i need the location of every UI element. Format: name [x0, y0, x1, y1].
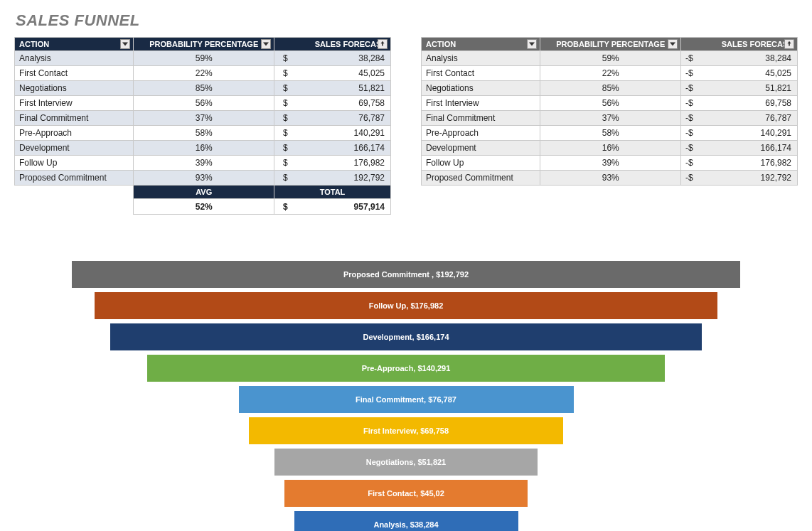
cell-action: Proposed Commitment — [422, 171, 540, 186]
avg-value: 52% — [134, 199, 274, 215]
th-probability[interactable]: PROBABILITY PERCENTAGE — [540, 38, 681, 51]
cell-probability: 16% — [540, 141, 681, 156]
currency-symbol: $ — [279, 173, 288, 183]
cell-action: First Contact — [422, 66, 540, 81]
funnel-bar: Follow Up, $176,982 — [95, 292, 717, 319]
th-probability[interactable]: PROBABILITY PERCENTAGE — [134, 38, 274, 51]
cell-probability: 59% — [134, 51, 274, 66]
currency-symbol: -$ — [685, 53, 693, 63]
cell-probability: 22% — [134, 66, 274, 81]
cell-forecast: -$166,174 — [680, 141, 797, 156]
cell-action: Follow Up — [15, 156, 134, 171]
avg-label: AVG — [134, 186, 274, 199]
sort-asc-icon[interactable] — [378, 39, 388, 49]
sales-table-secondary: ACTION PROBABILITY PERCENTAGE SALES FORE… — [421, 37, 798, 186]
cell-probability: 93% — [540, 171, 681, 186]
cell-probability: 16% — [134, 141, 274, 156]
cell-forecast: $192,792 — [274, 171, 390, 186]
funnel-bar: Analysis, $38,284 — [294, 511, 518, 531]
cell-action: First Interview — [15, 96, 134, 111]
currency-symbol: -$ — [685, 158, 693, 168]
table-row: First Contact22%$45,025 — [15, 66, 391, 81]
cell-probability: 22% — [540, 66, 681, 81]
cell-probability: 39% — [134, 156, 274, 171]
th-forecast[interactable]: SALES FORECAST — [680, 38, 797, 51]
cell-probability: 93% — [134, 171, 274, 186]
currency-symbol: -$ — [685, 173, 693, 183]
cell-action: Negotiations — [15, 81, 134, 96]
th-action[interactable]: ACTION — [15, 38, 134, 51]
th-action[interactable]: ACTION — [422, 38, 540, 51]
cell-forecast: -$69,758 — [680, 96, 797, 111]
total-value: $ 957,914 — [274, 199, 390, 215]
funnel-bar: Negotiations, $51,821 — [274, 449, 538, 476]
currency-symbol: -$ — [685, 68, 693, 78]
funnel-bar: First Interview, $69,758 — [249, 417, 563, 444]
table-row: Analysis59%$38,284 — [15, 51, 391, 66]
cell-probability: 37% — [134, 111, 274, 126]
cell-forecast: -$51,821 — [680, 81, 797, 96]
cell-forecast: $76,787 — [274, 111, 390, 126]
cell-action: Final Commitment — [422, 111, 540, 126]
currency-symbol: $ — [279, 143, 288, 153]
table-row: Negotiations85%-$51,821 — [422, 81, 798, 96]
table-row: Proposed Commitment93%$192,792 — [15, 171, 391, 186]
table-row: Proposed Commitment93%-$192,792 — [422, 171, 798, 186]
summary-value-row: 52% $ 957,914 — [15, 199, 391, 215]
funnel-chart: Proposed Commitment , $192,792Follow Up,… — [72, 261, 740, 531]
cell-action: Pre-Approach — [422, 126, 540, 141]
currency-symbol: $ — [279, 83, 288, 93]
cell-action: Development — [15, 141, 134, 156]
cell-forecast: $176,982 — [274, 156, 390, 171]
cell-probability: 37% — [540, 111, 681, 126]
cell-action: First Contact — [15, 66, 134, 81]
funnel-bar: Development, $166,174 — [110, 323, 702, 350]
table-row: Pre-Approach58%$140,291 — [15, 126, 391, 141]
currency-symbol: $ — [279, 202, 288, 212]
cell-probability: 85% — [134, 81, 274, 96]
table-row: Final Commitment37%$76,787 — [15, 111, 391, 126]
table-row: Development16%-$166,174 — [422, 141, 798, 156]
cell-forecast: -$45,025 — [680, 66, 797, 81]
filter-dropdown-icon[interactable] — [527, 39, 537, 49]
currency-symbol: $ — [279, 113, 288, 123]
cell-probability: 58% — [540, 126, 681, 141]
th-action-label: ACTION — [426, 40, 456, 48]
cell-action: First Interview — [422, 96, 540, 111]
sort-asc-icon[interactable] — [784, 39, 794, 49]
filter-dropdown-icon[interactable] — [261, 39, 271, 49]
table-row: Follow Up39%$176,982 — [15, 156, 391, 171]
cell-probability: 56% — [540, 96, 681, 111]
table-row: Pre-Approach58%-$140,291 — [422, 126, 798, 141]
cell-probability: 39% — [540, 156, 681, 171]
cell-forecast: -$76,787 — [680, 111, 797, 126]
currency-symbol: $ — [279, 128, 288, 138]
currency-symbol: -$ — [685, 128, 693, 138]
cell-forecast: $38,284 — [274, 51, 390, 66]
currency-symbol: -$ — [685, 143, 693, 153]
currency-symbol: $ — [279, 53, 288, 63]
table-row: First Interview56%$69,758 — [15, 96, 391, 111]
filter-dropdown-icon[interactable] — [668, 39, 678, 49]
cell-action: Pre-Approach — [15, 126, 134, 141]
cell-action: Negotiations — [422, 81, 540, 96]
cell-action: Proposed Commitment — [15, 171, 134, 186]
page-title: SALES FUNNEL — [16, 11, 798, 30]
table-row: Negotiations85%$51,821 — [15, 81, 391, 96]
th-forecast[interactable]: SALES FORECAST — [274, 38, 390, 51]
cell-forecast: $69,758 — [274, 96, 390, 111]
cell-forecast: $166,174 — [274, 141, 390, 156]
cell-forecast: $51,821 — [274, 81, 390, 96]
table-row: First Interview56%-$69,758 — [422, 96, 798, 111]
cell-forecast: $140,291 — [274, 126, 390, 141]
sales-table-primary: ACTION PROBABILITY PERCENTAGE SALES FORE… — [14, 37, 391, 215]
total-label: TOTAL — [274, 186, 390, 199]
currency-symbol: $ — [279, 158, 288, 168]
table-row: Follow Up39%-$176,982 — [422, 156, 798, 171]
currency-symbol: $ — [279, 68, 288, 78]
cell-probability: 56% — [134, 96, 274, 111]
filter-dropdown-icon[interactable] — [120, 39, 130, 49]
funnel-bar: Final Commitment, $76,787 — [239, 386, 574, 413]
currency-symbol: -$ — [685, 83, 693, 93]
cell-action: Analysis — [15, 51, 134, 66]
